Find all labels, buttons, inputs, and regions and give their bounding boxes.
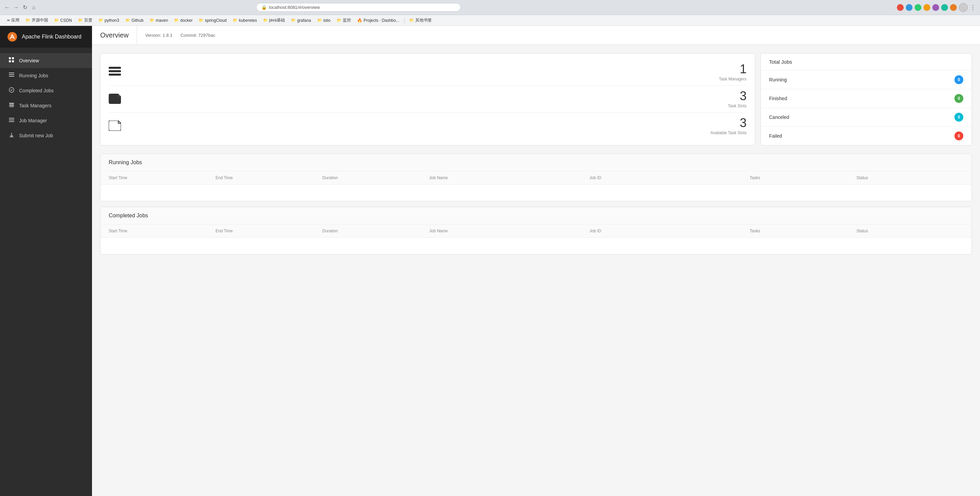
running-jobs-title: Running Jobs (100, 154, 972, 171)
failed-label: Failed (769, 133, 782, 139)
bookmark-istio[interactable]: 📁 istio (315, 17, 333, 24)
address-bar[interactable]: 🔒 localhost:8081/#/overview (256, 3, 461, 11)
ext-icon-5[interactable] (932, 4, 939, 11)
sidebar-item-task-managers[interactable]: Task Managers (0, 98, 92, 113)
job-manager-icon (8, 117, 15, 124)
task-slots-label: Task Slots (728, 103, 746, 108)
svg-point-0 (8, 32, 17, 41)
browser-chrome: ← → ↻ ⌂ 🔒 localhost:8081/#/overview ⋮ (0, 0, 980, 15)
folder-icon-maven: 📁 (150, 18, 154, 22)
available-slots-count: 3 (711, 117, 746, 129)
back-button[interactable]: ← (4, 5, 10, 11)
svg-rect-10 (9, 105, 14, 106)
status-row-running: Running 0 (761, 70, 972, 89)
folder-icon-grafana: 📁 (291, 18, 296, 22)
col-status-running: Status (857, 175, 964, 180)
folder-icon-docker: 📁 (174, 18, 179, 22)
ext-icon-3[interactable] (915, 4, 921, 11)
sidebar-nav: Overview Running Jobs (0, 48, 92, 148)
col-duration-running: Duration (322, 175, 430, 180)
menu-dots-icon[interactable]: ⋮ (970, 4, 976, 11)
status-row-failed: Failed 0 (761, 127, 972, 145)
bookmark-docker[interactable]: 📁 docker (172, 17, 195, 24)
folder-icon-more: 📁 (409, 18, 414, 22)
folder-icon-github: 📁 (126, 18, 130, 22)
lock-icon: 🔒 (261, 5, 267, 10)
sidebar-item-completed-jobs[interactable]: Completed Jobs (0, 83, 92, 98)
task-managers-stat-icon (109, 67, 121, 78)
bookmark-springcloud[interactable]: 📁 springCloud (196, 17, 229, 24)
folder-icon-baidu: 📁 (78, 18, 83, 22)
completed-jobs-icon (8, 87, 15, 94)
completed-jobs-header: Start Time End Time Duration Job Name Jo… (100, 224, 972, 238)
bookmark-maven[interactable]: 📁 maven (147, 17, 171, 24)
submit-job-icon (8, 132, 15, 139)
stat-row-available-slots: 3 Available Task Slots (109, 113, 746, 139)
stat-row-task-slots: 3 Task Slots (109, 86, 746, 113)
bookmark-github[interactable]: 📁 Github (123, 17, 146, 24)
completed-jobs-section: Completed Jobs Start Time End Time Durat… (100, 207, 972, 254)
sidebar-item-running-jobs[interactable]: Running Jobs (0, 68, 92, 83)
refresh-button[interactable]: ↻ (22, 5, 28, 11)
svg-rect-9 (9, 103, 14, 104)
bookmark-csdn[interactable]: 📁 CSDN (51, 17, 75, 24)
folder-icon-python: 📁 (99, 18, 103, 22)
sidebar-label-task-managers: Task Managers (19, 103, 51, 108)
sidebar: Apache Flink Dashboard Overview (0, 26, 92, 496)
ext-icon-7[interactable] (950, 4, 957, 11)
bookmark-java[interactable]: 📁 java基础 (260, 17, 288, 24)
flink-logo (7, 31, 18, 42)
bookmark-more[interactable]: 📁 其他书签 (407, 17, 434, 24)
status-row-finished: Finished 0 (761, 89, 972, 108)
finished-label: Finished (769, 96, 787, 101)
bookmark-grafana[interactable]: 📁 grafana (288, 17, 314, 24)
sidebar-label-submit-job: Submit new Job (19, 133, 53, 138)
bookmark-kaiyuan[interactable]: 📁 开源中国 (23, 17, 51, 24)
topbar-meta: Version: 1.8.1 Commit: 7297bac (137, 33, 215, 38)
sidebar-app-title: Apache Flink Dashboard (22, 34, 81, 40)
folder-icon-monitor: 📁 (337, 18, 341, 22)
sidebar-header: Apache Flink Dashboard (0, 26, 92, 48)
topbar: Overview Version: 1.8.1 Commit: 7297bac (92, 26, 980, 45)
sidebar-item-job-manager[interactable]: Job Manager (0, 113, 92, 128)
sidebar-item-submit-job[interactable]: Submit new Job (0, 128, 92, 143)
bookmark-monitor[interactable]: 📁 监控 (334, 17, 354, 24)
flame-icon: 🔥 (357, 18, 362, 23)
available-slots-value-area: 3 Available Task Slots (711, 117, 746, 135)
col-tasks-completed: Tasks (750, 229, 857, 233)
folder-icon-kaiyuan: 📁 (25, 18, 30, 22)
bookmark-baidu[interactable]: 📁 百度 (75, 17, 95, 24)
bookmark-kuberetes[interactable]: 📁 kuberetes (230, 17, 260, 24)
bookmark-python3[interactable]: 📁 python3 (96, 17, 122, 24)
main-content: Overview Version: 1.8.1 Commit: 7297bac (92, 26, 980, 496)
svg-rect-1 (9, 57, 11, 59)
folder-icon-java: 📁 (263, 18, 268, 22)
user-avatar[interactable] (959, 3, 968, 12)
ext-icon-1[interactable] (897, 4, 904, 11)
col-start-time-running: Start Time (109, 175, 216, 180)
total-jobs-title: Total Jobs (761, 54, 972, 70)
bookmark-projects[interactable]: 🔥 Projects · Dashbo... (355, 17, 402, 24)
sidebar-label-running-jobs: Running Jobs (19, 73, 48, 78)
status-row-canceled: Canceled 0 (761, 108, 972, 127)
running-jobs-icon (8, 72, 15, 79)
sidebar-item-overview[interactable]: Overview (0, 53, 92, 68)
bookmarks-bar: ⇼ 应用 📁 开源中国 📁 CSDN 📁 百度 📁 python3 📁 Gith… (0, 15, 980, 26)
stat-row-task-managers: 1 Task Managers (109, 59, 746, 86)
svg-rect-11 (9, 106, 14, 107)
forward-button[interactable]: → (13, 5, 19, 11)
running-jobs-section: Running Jobs Start Time End Time Duratio… (100, 154, 972, 201)
svg-rect-3 (9, 60, 11, 62)
ext-icon-6[interactable] (941, 4, 948, 11)
ext-icon-4[interactable] (923, 4, 930, 11)
completed-jobs-empty (100, 238, 972, 254)
home-button[interactable]: ⌂ (31, 5, 37, 11)
task-managers-icon (8, 102, 15, 109)
sidebar-label-overview: Overview (19, 58, 39, 64)
ext-icon-2[interactable] (906, 4, 913, 11)
col-tasks-running: Tasks (750, 175, 857, 180)
svg-rect-14 (9, 121, 14, 122)
col-start-time-completed: Start Time (109, 229, 216, 233)
bookmark-apps[interactable]: ⇼ 应用 (4, 17, 22, 24)
task-managers-count: 1 (719, 63, 746, 75)
